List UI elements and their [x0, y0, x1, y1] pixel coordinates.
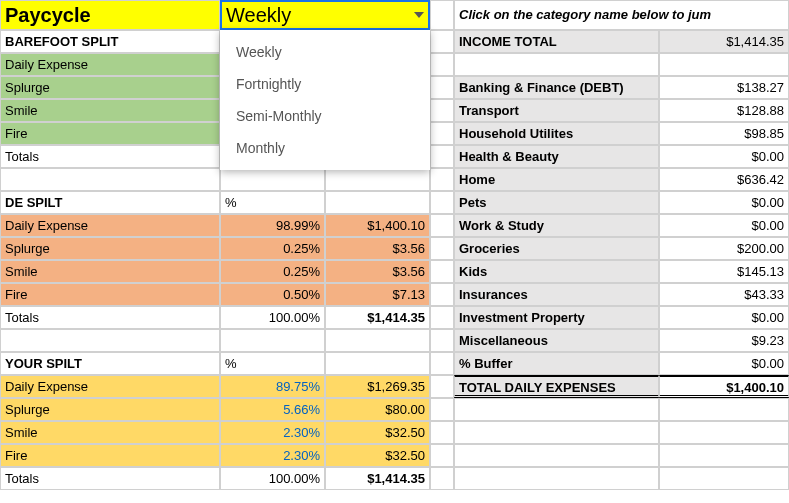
de-row-label[interactable]: Smile [0, 260, 220, 283]
your-row-pct[interactable]: 2.30% [220, 421, 325, 444]
category-name[interactable]: % Buffer [454, 352, 659, 375]
category-name[interactable]: Home [454, 168, 659, 191]
totals-label: Totals [0, 145, 220, 168]
category-value: $43.33 [659, 283, 789, 306]
category-name[interactable]: Miscellaneous [454, 329, 659, 352]
de-row-amt[interactable]: $3.56 [325, 237, 430, 260]
de-row-pct[interactable]: 0.50% [220, 283, 325, 306]
de-row-amt[interactable]: $7.13 [325, 283, 430, 306]
category-value: $98.85 [659, 122, 789, 145]
de-row-amt[interactable]: $1,400.10 [325, 214, 430, 237]
category-name[interactable]: Groceries [454, 237, 659, 260]
de-total-pct: 100.00% [220, 306, 325, 329]
your-row-amt[interactable]: $32.50 [325, 444, 430, 467]
category-value: $128.88 [659, 99, 789, 122]
spacer [430, 0, 454, 30]
de-title: DE SPILT [0, 191, 220, 214]
de-row-pct[interactable]: 98.99% [220, 214, 325, 237]
income-total-label: INCOME TOTAL [454, 30, 659, 53]
paycycle-dropdown-value: Weekly [226, 4, 291, 26]
category-name[interactable]: Health & Beauty [454, 145, 659, 168]
category-name[interactable]: Kids [454, 260, 659, 283]
income-total-value: $1,414.35 [659, 30, 789, 53]
category-name[interactable]: Banking & Finance (DEBT) [454, 76, 659, 99]
paycycle-label: Paycycle [0, 0, 220, 30]
barefoot-row-label[interactable]: Fire [0, 122, 220, 145]
paycycle-dropdown[interactable]: Weekly [220, 0, 430, 30]
your-row-label[interactable]: Daily Expense [0, 375, 220, 398]
your-row-pct[interactable]: 89.75% [220, 375, 325, 398]
total-expenses-value: $1,400.10 [659, 375, 789, 398]
barefoot-title: BAREFOOT SPLIT [0, 30, 220, 53]
pct-header: % [220, 352, 325, 375]
barefoot-row-label[interactable]: Splurge [0, 76, 220, 99]
chevron-down-icon [414, 12, 424, 18]
category-value: $0.00 [659, 352, 789, 375]
dropdown-option-weekly[interactable]: Weekly [220, 36, 430, 68]
category-name[interactable]: Pets [454, 191, 659, 214]
barefoot-row-label[interactable]: Daily Expense [0, 53, 220, 76]
instruction-text: Click on the category name below to jum [454, 0, 789, 30]
your-row-pct[interactable]: 5.66% [220, 398, 325, 421]
category-value: $138.27 [659, 76, 789, 99]
de-row-label[interactable]: Fire [0, 283, 220, 306]
totals-label: Totals [0, 306, 220, 329]
category-name[interactable]: Household Utilites [454, 122, 659, 145]
totals-label: Totals [0, 467, 220, 490]
category-value: $0.00 [659, 191, 789, 214]
category-value: $200.00 [659, 237, 789, 260]
de-total-amt: $1,414.35 [325, 306, 430, 329]
category-value: $0.00 [659, 145, 789, 168]
dropdown-option-monthly[interactable]: Monthly [220, 132, 430, 164]
your-row-pct[interactable]: 2.30% [220, 444, 325, 467]
barefoot-row-label[interactable]: Smile [0, 99, 220, 122]
your-row-amt[interactable]: $1,269.35 [325, 375, 430, 398]
your-total-amt: $1,414.35 [325, 467, 430, 490]
category-value: $0.00 [659, 306, 789, 329]
de-row-label[interactable]: Daily Expense [0, 214, 220, 237]
your-title: YOUR SPILT [0, 352, 220, 375]
dropdown-option-fortnightly[interactable]: Fortnightly [220, 68, 430, 100]
your-row-amt[interactable]: $80.00 [325, 398, 430, 421]
paycycle-dropdown-menu[interactable]: Weekly Fortnightly Semi-Monthly Monthly [220, 30, 430, 170]
de-row-amt[interactable]: $3.56 [325, 260, 430, 283]
category-name[interactable]: Investment Property [454, 306, 659, 329]
your-row-label[interactable]: Splurge [0, 398, 220, 421]
category-value: $9.23 [659, 329, 789, 352]
de-row-pct[interactable]: 0.25% [220, 260, 325, 283]
category-value: $636.42 [659, 168, 789, 191]
category-value: $0.00 [659, 214, 789, 237]
your-row-label[interactable]: Fire [0, 444, 220, 467]
de-row-pct[interactable]: 0.25% [220, 237, 325, 260]
your-total-pct: 100.00% [220, 467, 325, 490]
category-name[interactable]: Work & Study [454, 214, 659, 237]
dropdown-option-semi-monthly[interactable]: Semi-Monthly [220, 100, 430, 132]
category-value: $145.13 [659, 260, 789, 283]
category-name[interactable]: Insurances [454, 283, 659, 306]
category-name[interactable]: Transport [454, 99, 659, 122]
de-row-label[interactable]: Splurge [0, 237, 220, 260]
your-row-label[interactable]: Smile [0, 421, 220, 444]
your-row-amt[interactable]: $32.50 [325, 421, 430, 444]
total-expenses-label: TOTAL DAILY EXPENSES [454, 375, 659, 398]
pct-header: % [220, 191, 325, 214]
